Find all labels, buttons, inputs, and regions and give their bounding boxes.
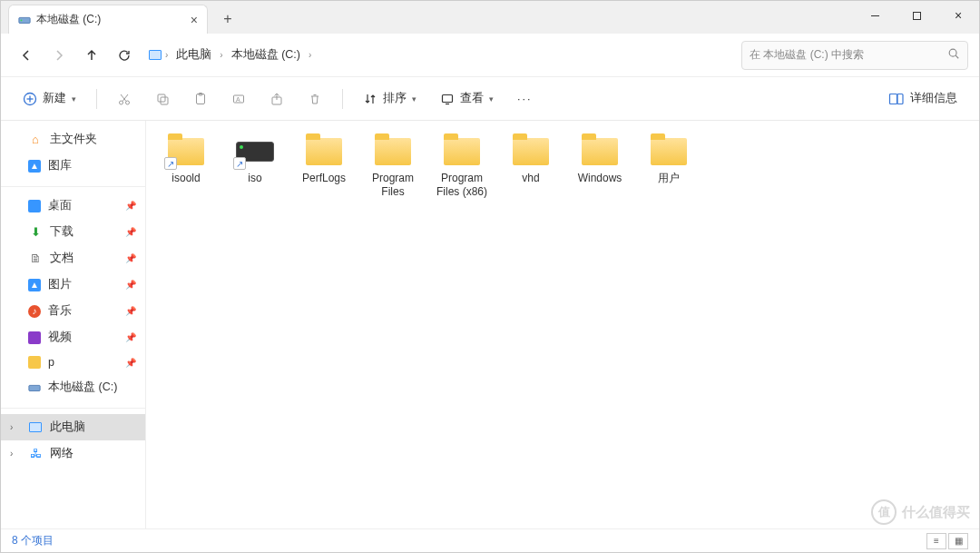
monitor-icon (148, 48, 162, 63)
forward-button[interactable] (44, 41, 74, 70)
desktop-icon (28, 200, 41, 212)
crumb-thispc[interactable]: 此电脑 (171, 44, 217, 66)
pin-icon: 📌 (125, 253, 136, 263)
up-button[interactable] (77, 41, 106, 70)
folder-icon (651, 138, 687, 165)
pin-icon: 📌 (125, 332, 136, 342)
shortcut-overlay-icon: ↗ (233, 157, 246, 170)
download-icon: ⬇ (28, 225, 43, 240)
file-item[interactable]: vhd (496, 132, 565, 202)
folder-icon (306, 138, 342, 165)
svg-rect-14 (161, 97, 168, 104)
sidebar-item-gallery[interactable]: ▲图库 (1, 153, 145, 179)
chevron-right-icon: › (219, 50, 223, 60)
file-item[interactable]: Program Files (358, 132, 427, 202)
new-label: 新建 (43, 91, 66, 106)
paste-button[interactable] (184, 86, 217, 112)
sidebar-item-desktop[interactable]: 桌面📌 (1, 193, 145, 219)
network-icon: 🖧 (28, 447, 43, 461)
content-pane[interactable]: ↗isoold ↗iso PerfLogs Program Files Prog… (146, 121, 979, 528)
svg-rect-13 (158, 94, 165, 102)
refresh-button[interactable] (110, 41, 139, 70)
titlebar: 本地磁盘 (C:) × + × (1, 1, 979, 34)
sidebar-item-music[interactable]: ♪音乐📌 (1, 298, 145, 324)
pin-icon: 📌 (125, 358, 136, 368)
svg-rect-3 (913, 12, 920, 19)
delete-button[interactable] (299, 86, 331, 112)
sidebar: ⌂主文件夹 ▲图库 桌面📌 ⬇下载📌 🗎文档📌 ▲图片📌 ♪音乐📌 视频📌 p📌… (1, 121, 146, 528)
pin-icon: 📌 (125, 201, 136, 211)
sidebar-item-cdrive[interactable]: 本地磁盘 (C:) (1, 374, 145, 400)
minimize-button[interactable] (854, 1, 896, 30)
chevron-right-icon[interactable]: › (10, 422, 13, 432)
divider (96, 89, 97, 109)
sort-button[interactable]: 排序 ▾ (354, 85, 426, 112)
rename-button[interactable]: A (222, 86, 255, 112)
pin-icon: 📌 (125, 227, 136, 237)
view-button[interactable]: 查看 ▾ (431, 85, 503, 112)
sidebar-item-network[interactable]: ›🖧网络 (1, 440, 145, 467)
maximize-button[interactable] (896, 1, 937, 30)
share-button[interactable] (260, 86, 293, 112)
chevron-right-icon[interactable]: › (10, 449, 13, 459)
divider (342, 89, 343, 109)
svg-point-1 (21, 19, 23, 21)
breadcrumb[interactable]: › 此电脑 › 本地磁盘 (C:) › (142, 41, 738, 70)
sidebar-item-p[interactable]: p📌 (1, 351, 145, 374)
svg-point-9 (120, 101, 123, 104)
folder-icon (513, 138, 549, 165)
sidebar-item-documents[interactable]: 🗎文档📌 (1, 245, 145, 272)
close-button[interactable]: × (937, 1, 979, 30)
folder-icon (444, 138, 480, 165)
music-icon: ♪ (28, 305, 41, 318)
file-item[interactable]: PerfLogs (289, 132, 358, 202)
svg-line-5 (956, 55, 958, 58)
svg-point-4 (949, 49, 956, 56)
chevron-right-icon: › (164, 50, 169, 60)
tab-close-icon[interactable]: × (191, 13, 198, 27)
back-button[interactable] (12, 41, 41, 70)
file-item[interactable]: Windows (565, 132, 634, 202)
cut-button[interactable] (108, 86, 141, 112)
sidebar-item-home[interactable]: ⌂主文件夹 (1, 126, 145, 153)
svg-text:A: A (236, 95, 240, 102)
drive-icon (28, 381, 41, 394)
file-item[interactable]: ↗isoold (152, 132, 220, 202)
more-button[interactable]: ··· (508, 87, 541, 111)
sidebar-item-videos[interactable]: 视频📌 (1, 324, 145, 351)
details-button[interactable]: 详细信息 (879, 85, 966, 112)
new-tab-button[interactable]: + (215, 6, 240, 32)
svg-rect-23 (897, 94, 903, 104)
svg-rect-20 (443, 94, 453, 102)
status-bar: 8 个项目 ≡ ▦ (1, 528, 979, 552)
item-count: 8 个项目 (12, 533, 54, 548)
list-view-button[interactable]: ≡ (926, 533, 946, 549)
crumb-drive[interactable]: 本地磁盘 (C:) (226, 44, 306, 66)
chevron-right-icon: › (308, 50, 312, 60)
chevron-down-icon: ▾ (72, 94, 76, 104)
search-input[interactable]: 在 本地磁盘 (C:) 中搜索 (741, 41, 968, 70)
home-icon: ⌂ (28, 133, 43, 147)
file-item[interactable]: ↗iso (220, 132, 289, 202)
search-icon (947, 47, 960, 63)
sidebar-item-downloads[interactable]: ⬇下载📌 (1, 219, 145, 245)
pictures-icon: ▲ (28, 279, 41, 291)
new-button[interactable]: 新建 ▾ (14, 85, 85, 112)
document-icon: 🗎 (28, 252, 43, 266)
chevron-down-icon: ▾ (412, 94, 416, 104)
grid-view-button[interactable]: ▦ (948, 533, 968, 549)
folder-icon (28, 356, 41, 369)
view-label: 查看 (460, 91, 484, 106)
file-item[interactable]: 用户 (634, 132, 703, 202)
current-tab[interactable]: 本地磁盘 (C:) × (8, 5, 208, 34)
file-item[interactable]: Program Files (x86) (427, 132, 496, 202)
svg-point-10 (126, 101, 130, 104)
details-label: 详细信息 (910, 91, 957, 106)
video-icon (28, 331, 41, 344)
copy-button[interactable] (146, 86, 179, 112)
gallery-icon: ▲ (28, 160, 41, 173)
sidebar-item-thispc[interactable]: ›此电脑 (1, 414, 145, 440)
sidebar-item-pictures[interactable]: ▲图片📌 (1, 272, 145, 298)
toolbar: 新建 ▾ A 排序 ▾ 查看 ▾ ··· 详细信息 (1, 77, 979, 121)
window-controls: × (854, 1, 979, 30)
